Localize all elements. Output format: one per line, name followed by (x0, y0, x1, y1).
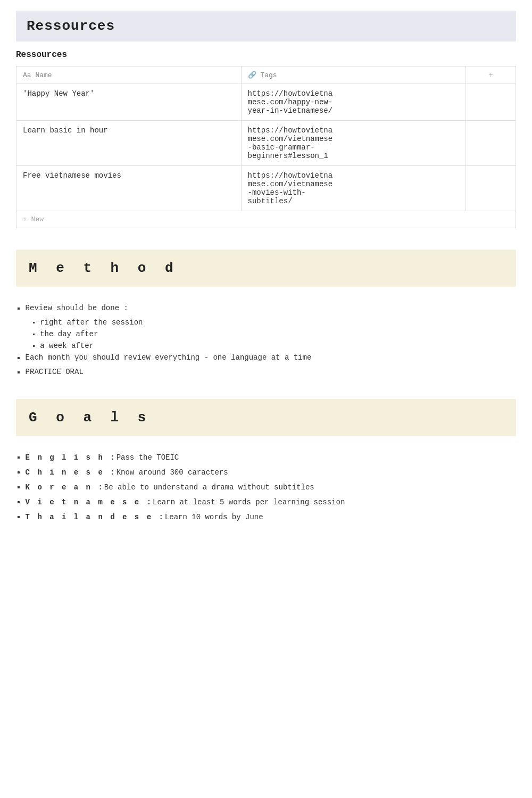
method-sub-bullet-item: ▪the day after (32, 330, 516, 338)
goals-title: G o a l s (29, 410, 503, 426)
goal-item: ▪T h a i l a n d e s e : Learn 10 words … (16, 513, 516, 522)
method-sub-bullet-text: a week after (40, 342, 94, 350)
goal-text: Be able to understand a drama without su… (104, 483, 314, 492)
bullet-dot-icon: ▪ (16, 304, 21, 314)
goal-text: Pass the TOEIC (117, 453, 179, 462)
goal-item: ▪K o r e a n : Be able to understand a d… (16, 483, 516, 493)
page-container: Ressources Ressources Aa Name 🔗 Tags + (0, 0, 532, 538)
new-row-label[interactable]: + New (23, 215, 44, 223)
table-cell-name[interactable]: Free vietnamese movies (16, 166, 242, 211)
table-cell-tags[interactable]: https://howtovietna mese.com/happy-new- … (241, 84, 466, 121)
ressources-header-block: Ressources (16, 11, 516, 41)
table-new-row[interactable]: + New (16, 211, 516, 228)
plus-icon[interactable]: + (489, 71, 493, 79)
method-content: ▪Review should be done :▪right after the… (16, 295, 516, 378)
goal-text: Learn 10 words by June (165, 513, 263, 521)
table-row: Free vietnamese movieshttps://howtovietn… (16, 166, 516, 211)
goal-text: Know around 300 caracters (117, 468, 228, 477)
col-plus-header[interactable]: + (466, 66, 516, 84)
table-cell-name[interactable]: Learn basic in hour (16, 121, 242, 166)
ressources-main-title: Ressources (27, 18, 505, 34)
table-cell-tags[interactable]: https://howtovietna mese.com/vietnamese … (241, 121, 466, 166)
goal-label: T h a i l a n d e s e : (26, 513, 165, 521)
tag-icon: 🔗 (248, 71, 261, 79)
goals-content: ▪E n g l i s h : Pass the TOEIC▪C h i n … (16, 445, 516, 522)
goal-dot-icon: ▪ (16, 468, 21, 478)
method-bullet-text: PRACTICE ORAL (26, 368, 84, 376)
table-cell-tags[interactable]: https://howtovietna mese.com/vietnamese … (241, 166, 466, 211)
sub-bullet-dot-icon: ▪ (32, 331, 36, 338)
goals-section: G o a l s ▪E n g l i s h : Pass the TOEI… (16, 399, 516, 522)
table-cell-plus (466, 121, 516, 166)
method-header-block: M e t h o d (16, 250, 516, 287)
goal-item: ▪E n g l i s h : Pass the TOEIC (16, 453, 516, 463)
bullet-dot-icon: ▪ (16, 368, 21, 378)
goal-label: V i e t n a m e s e : (26, 498, 153, 506)
method-bullet-text: Review should be done : (26, 304, 128, 312)
goal-dot-icon: ▪ (16, 453, 21, 463)
method-sub-bullet-item: ▪right after the session (32, 318, 516, 327)
sub-bullet-dot-icon: ▪ (32, 319, 36, 327)
goal-label: C h i n e s e : (26, 468, 117, 477)
table-row: 'Happy New Year'https://howtovietna mese… (16, 84, 516, 121)
method-bullet-item: ▪PRACTICE ORAL (16, 368, 516, 378)
name-col-label: Aa Name (23, 71, 52, 79)
table-cell-plus (466, 166, 516, 211)
goal-item: ▪C h i n e s e : Know around 300 caracte… (16, 468, 516, 478)
resources-table: Aa Name 🔗 Tags + 'Happy New Year'https:/… (16, 66, 516, 211)
table-cell-plus (466, 84, 516, 121)
goal-dot-icon: ▪ (16, 498, 21, 508)
method-sub-bullet-text: right after the session (40, 318, 143, 327)
ressources-section: Ressources Aa Name 🔗 Tags + 'Happy New Y… (16, 50, 516, 228)
method-bullet-item: ▪Each month you should review everything… (16, 353, 516, 363)
tags-col-label: Tags (260, 71, 277, 79)
method-section: M e t h o d ▪Review should be done :▪rig… (16, 250, 516, 378)
goal-label: K o r e a n : (26, 483, 104, 492)
method-bullet-item: ▪Review should be done : (16, 304, 516, 314)
method-bullet-text: Each month you should review everything … (26, 353, 312, 362)
goal-dot-icon: ▪ (16, 513, 21, 522)
goal-dot-icon: ▪ (16, 483, 21, 493)
ressources-subheader: Ressources (16, 50, 516, 60)
bullet-dot-icon: ▪ (16, 354, 21, 363)
col-name-header: Aa Name (16, 66, 242, 84)
goal-label: E n g l i s h : (26, 453, 117, 462)
table-row: Learn basic in hourhttps://howtovietna m… (16, 121, 516, 166)
table-cell-name[interactable]: 'Happy New Year' (16, 84, 242, 121)
goal-item: ▪V i e t n a m e s e : Learn at least 5 … (16, 498, 516, 508)
method-title: M e t h o d (29, 260, 503, 276)
method-sub-bullet-item: ▪a week after (32, 342, 516, 350)
method-sub-bullet-text: the day after (40, 330, 98, 338)
sub-bullet-dot-icon: ▪ (32, 343, 36, 350)
goals-header-block: G o a l s (16, 399, 516, 436)
goal-text: Learn at least 5 words per learning sess… (153, 498, 345, 506)
col-tags-header: 🔗 Tags (241, 66, 466, 84)
